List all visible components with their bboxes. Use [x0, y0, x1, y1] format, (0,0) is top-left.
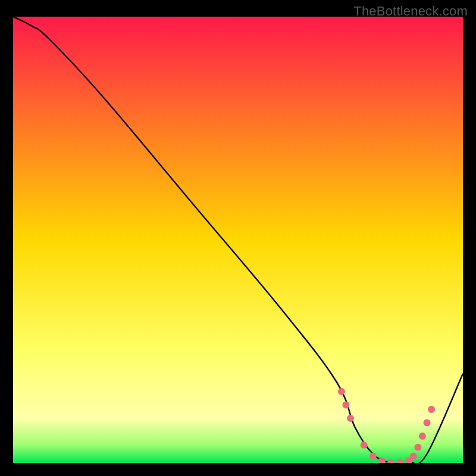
marker-point	[369, 453, 377, 460]
marker-point	[410, 453, 417, 460]
marker-point	[342, 402, 349, 409]
marker-point	[347, 415, 354, 422]
marker-point	[419, 433, 426, 440]
marker-point	[414, 444, 421, 451]
plot-area	[13, 17, 463, 463]
chart-container: TheBottleneck.com	[0, 0, 476, 476]
marker-point	[424, 419, 431, 427]
marker-point	[338, 388, 345, 395]
marker-point	[361, 441, 368, 449]
marker-point	[428, 406, 435, 413]
gradient-background	[13, 17, 463, 463]
chart-svg	[13, 17, 463, 463]
